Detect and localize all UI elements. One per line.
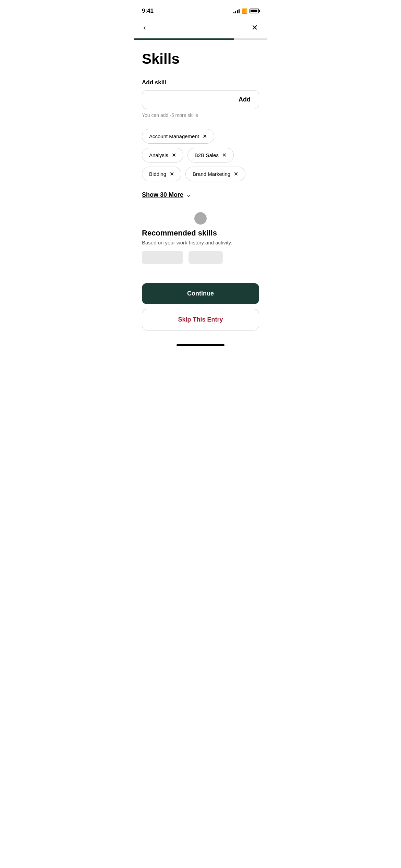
skill-tag-label: B2B Sales — [195, 152, 219, 158]
skill-input-row: Add — [142, 90, 259, 109]
add-skill-section: Add skill Add You can add -5 more skills — [142, 79, 259, 118]
back-button[interactable]: ‹ — [142, 23, 147, 33]
wifi-icon: 📶 — [242, 8, 247, 14]
home-bar — [177, 344, 224, 346]
rec-placeholder-2 — [189, 251, 223, 264]
add-skill-label: Add skill — [142, 79, 259, 86]
recommended-placeholders — [142, 251, 259, 264]
skills-container: Account Management ✕ Analysis ✕ B2B Sale… — [142, 129, 259, 181]
skill-tag[interactable]: Analysis ✕ — [142, 148, 183, 162]
recommended-title: Recommended skills — [142, 229, 259, 238]
status-bar: 9:41 📶 — [134, 0, 267, 17]
remove-skill-icon[interactable]: ✕ — [170, 171, 174, 177]
skill-tag-label: Analysis — [149, 152, 168, 158]
skill-tag[interactable]: Account Management ✕ — [142, 129, 214, 144]
chevron-down-icon: ⌄ — [186, 191, 191, 198]
signal-icon — [233, 9, 240, 13]
bottom-section: Continue Skip This Entry — [134, 283, 267, 341]
skill-tag[interactable]: Bidding ✕ — [142, 167, 181, 181]
recommended-section: Recommended skills Based on your work hi… — [142, 212, 259, 264]
continue-button[interactable]: Continue — [142, 283, 259, 304]
recommended-subtitle: Based on your work history and activity. — [142, 240, 259, 245]
dot-indicator — [194, 212, 207, 225]
show-more-row[interactable]: Show 30 More ⌄ — [142, 191, 259, 198]
remove-skill-icon[interactable]: ✕ — [222, 153, 227, 158]
skip-button[interactable]: Skip This Entry — [142, 309, 259, 330]
home-indicator — [134, 341, 267, 350]
remove-skill-icon[interactable]: ✕ — [234, 171, 238, 177]
rec-placeholder-1 — [142, 251, 183, 264]
status-time: 9:41 — [142, 8, 154, 14]
add-skill-button[interactable]: Add — [230, 91, 259, 109]
show-more-text: Show 30 More — [142, 191, 183, 198]
skill-hint: You can add -5 more skills — [142, 112, 259, 118]
remove-skill-icon[interactable]: ✕ — [203, 134, 207, 139]
skill-input[interactable] — [142, 91, 230, 109]
remove-skill-icon[interactable]: ✕ — [172, 153, 176, 158]
status-icons: 📶 — [233, 8, 259, 14]
main-content: Skills Add skill Add You can add -5 more… — [134, 40, 267, 283]
skill-tag[interactable]: B2B Sales ✕ — [187, 148, 234, 162]
battery-icon — [250, 9, 259, 13]
skill-tag-label: Bidding — [149, 171, 166, 177]
page-title: Skills — [142, 51, 259, 67]
skill-tag-label: Brand Marketing — [193, 171, 230, 177]
nav-bar: ‹ ✕ — [134, 17, 267, 38]
skill-tag[interactable]: Brand Marketing ✕ — [185, 167, 245, 181]
skill-tag-label: Account Management — [149, 133, 199, 139]
close-button[interactable]: ✕ — [250, 23, 259, 33]
